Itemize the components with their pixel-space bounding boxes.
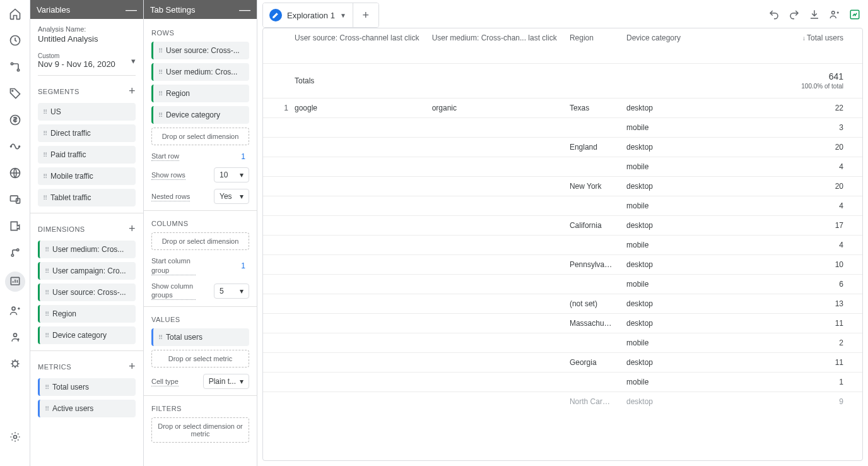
add-segment-icon[interactable]: + [129, 85, 136, 98]
insights-icon[interactable] [849, 9, 860, 22]
cell-device: mobile [620, 157, 687, 176]
cell-value: 20 [795, 176, 862, 196]
table-row[interactable]: New Yorkdesktop20 [263, 176, 862, 196]
row-chip[interactable]: ⠿Region [151, 85, 249, 102]
share-icon[interactable] [829, 9, 840, 22]
dimension-chip[interactable]: ⠿Device category [38, 326, 136, 344]
table-row[interactable]: Pennsylvaniadesktop10 [263, 254, 862, 274]
start-row-value[interactable]: 1 [237, 152, 249, 161]
row-index [263, 196, 288, 215]
cell-value: 10 [795, 254, 862, 274]
nested-rows-label: Nested rows [151, 192, 190, 201]
date-range-picker[interactable]: Custom Nov 9 - Nov 16, 2020 ▾ [38, 50, 136, 76]
values-dropzone[interactable]: Drop or select metric [151, 350, 249, 367]
table-row[interactable]: mobile6 [263, 274, 862, 294]
cell-device: desktop [620, 98, 687, 117]
grip-icon: ⠿ [43, 109, 47, 116]
data-table: User source: Cross-channel last click Us… [263, 28, 862, 411]
dimension-chip[interactable]: ⠿User medium: Cros... [38, 241, 136, 258]
data-table-scroll[interactable]: User source: Cross-channel last click Us… [263, 28, 862, 460]
grip-icon: ⠿ [43, 152, 47, 158]
table-row[interactable]: mobile3 [263, 117, 862, 137]
cell-region [563, 157, 620, 176]
tech-icon[interactable] [8, 192, 23, 207]
nested-rows-select[interactable]: Yes▾ [214, 189, 249, 204]
dimension-chip[interactable]: ⠿User source: Cross-... [38, 284, 136, 301]
cell-medium [426, 176, 563, 196]
chevron-down-icon[interactable]: ▼ [340, 12, 346, 19]
tab-settings-header: Tab Settings — [144, 0, 257, 19]
table-row[interactable]: mobile4 [263, 157, 862, 176]
realtime-icon[interactable] [8, 33, 23, 48]
col-device-category[interactable]: Device category [620, 28, 687, 63]
cell-source [288, 176, 426, 196]
admin-icon[interactable] [8, 429, 23, 445]
segment-chip[interactable]: ⠿Paid traffic [38, 146, 136, 164]
start-col-value[interactable]: 1 [237, 261, 249, 270]
demographics-icon[interactable] [8, 165, 23, 181]
table-row[interactable]: mobile2 [263, 333, 862, 352]
dimension-chip[interactable]: ⠿Region [38, 305, 136, 323]
svg-point-1 [11, 63, 13, 64]
show-rows-label: Show rows [151, 170, 185, 180]
rows-dropzone[interactable]: Drop or select dimension [151, 128, 249, 145]
table-row[interactable]: mobile4 [263, 235, 862, 254]
events-icon[interactable] [8, 218, 23, 234]
table-row[interactable]: Georgiadesktop11 [263, 352, 862, 372]
table-row[interactable]: 1googleorganicTexasdesktop22 [263, 98, 862, 117]
add-tab-button[interactable]: + [353, 3, 378, 27]
col-total-users[interactable]: ↓Total users [795, 28, 862, 63]
tag-icon[interactable] [8, 86, 23, 101]
segment-chip[interactable]: ⠿Mobile traffic [38, 167, 136, 185]
cell-medium [426, 294, 563, 313]
home-icon[interactable] [8, 6, 23, 21]
debug-icon[interactable] [8, 356, 23, 371]
table-row[interactable]: (not set)desktop13 [263, 294, 862, 313]
lifecycle-icon[interactable] [8, 59, 23, 75]
explore-icon[interactable] [5, 272, 25, 292]
svg-point-17 [13, 436, 16, 439]
analysis-name[interactable]: Untitled Analysis [38, 34, 136, 44]
table-row[interactable]: Massachuse...desktop11 [263, 313, 862, 333]
cell-source [288, 274, 426, 294]
collapse-variables-icon[interactable]: — [126, 4, 137, 15]
segment-chip[interactable]: ⠿Tablet traffic [38, 189, 136, 206]
segment-chip[interactable]: ⠿US [38, 103, 136, 121]
audiences-icon[interactable] [8, 303, 23, 318]
show-rows-select[interactable]: 10▾ [214, 167, 249, 182]
user-props-icon[interactable] [8, 330, 23, 345]
columns-dropzone[interactable]: Drop or select dimension [151, 232, 249, 250]
redo-icon[interactable] [789, 9, 800, 22]
filters-dropzone[interactable]: Drop or select dimension or metric [151, 417, 249, 443]
monetization-icon[interactable] [8, 112, 23, 128]
undo-icon[interactable] [768, 9, 780, 22]
metric-chip[interactable]: ⠿Active users [38, 400, 136, 417]
cell-device: mobile [620, 372, 687, 391]
table-row[interactable]: mobile4 [263, 196, 862, 215]
row-chip[interactable]: ⠿Device category [151, 106, 249, 124]
tab-exploration-1[interactable]: Exploration 1 ▼ [263, 3, 353, 27]
metric-chip[interactable]: ⠿Total users [38, 378, 136, 396]
col-region[interactable]: Region [563, 28, 620, 63]
table-row[interactable]: North Carolinadesktop9 [263, 391, 862, 411]
collapse-tabsettings-icon[interactable]: — [239, 4, 250, 15]
cell-device: desktop [620, 294, 687, 313]
cell-type-select[interactable]: Plain t...▾ [203, 374, 249, 389]
dimension-chip[interactable]: ⠿User campaign: Cro... [38, 262, 136, 280]
table-row[interactable]: Englanddesktop20 [263, 137, 862, 157]
table-row[interactable]: Californiadesktop17 [263, 215, 862, 235]
segment-chip[interactable]: ⠿Direct traffic [38, 124, 136, 142]
table-row[interactable]: mobile1 [263, 372, 862, 391]
add-dimension-icon[interactable]: + [129, 222, 136, 236]
value-chip[interactable]: ⠿Total users [151, 328, 249, 346]
download-icon[interactable] [809, 9, 820, 22]
values-section-title: VALUES [151, 316, 249, 323]
retention-icon[interactable] [8, 139, 23, 154]
add-metric-icon[interactable]: + [129, 360, 136, 373]
row-chip[interactable]: ⠿User source: Cross-... [151, 42, 249, 59]
row-chip[interactable]: ⠿User medium: Cros... [151, 63, 249, 81]
col-user-medium[interactable]: User medium: Cross-chan... last click [426, 28, 563, 63]
show-cols-select[interactable]: 5▾ [214, 284, 249, 299]
col-user-source[interactable]: User source: Cross-channel last click [288, 28, 426, 63]
conversions-icon[interactable] [8, 245, 23, 260]
